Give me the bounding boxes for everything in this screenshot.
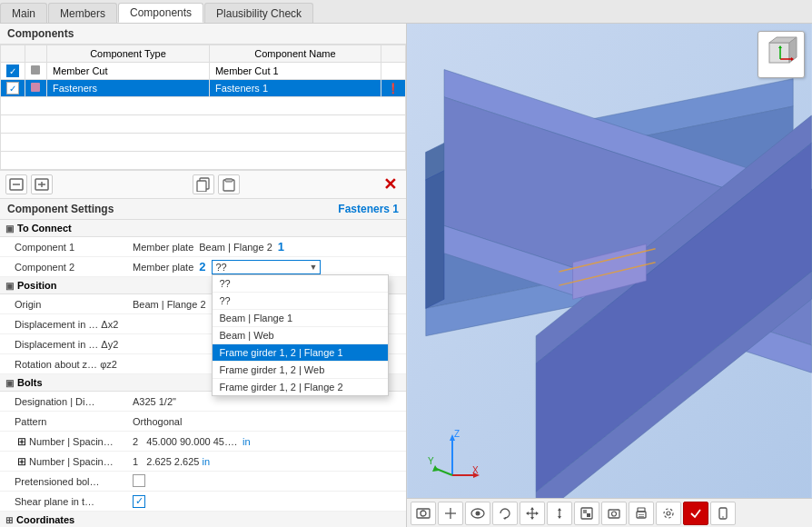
expand-icon-bolts: ▣ xyxy=(5,378,14,388)
tab-bar: Main Members Components Plausibility Che… xyxy=(0,0,812,24)
shearplane-value: ✓ xyxy=(133,495,401,508)
vp-render-btn[interactable] xyxy=(574,502,599,525)
row1-checkbox[interactable]: ✓ xyxy=(1,63,25,80)
row1-color xyxy=(25,63,47,80)
comp2-selected-val: ?? xyxy=(216,262,227,273)
axis-indicator: Z X Y xyxy=(425,430,480,487)
pretensioned-value xyxy=(133,474,401,489)
empty-row xyxy=(1,97,406,115)
main-content: Components Component Type Component Name xyxy=(0,24,812,527)
col-color xyxy=(25,45,47,63)
group-coordinates-header[interactable]: ⊞ Coordinates xyxy=(0,512,406,527)
settings-tree: ▣ To Connect Component 1 Member plate Be… xyxy=(0,220,406,527)
spacing2-label: Number | Spacin… xyxy=(29,456,133,467)
col-warn xyxy=(381,45,406,63)
vp-view-btn1[interactable] xyxy=(438,502,463,525)
svg-point-46 xyxy=(476,511,480,515)
vp-move-btn[interactable] xyxy=(520,502,545,525)
vp-settings-btn[interactable] xyxy=(656,502,681,525)
vp-mobile-btn[interactable] xyxy=(710,502,736,525)
remove-btn[interactable] xyxy=(5,174,27,194)
viewport-cube[interactable] xyxy=(758,31,805,78)
expand-icon: ▣ xyxy=(5,224,14,234)
vp-zoom-btn[interactable] xyxy=(547,502,572,525)
dropdown-item[interactable]: ?? xyxy=(213,275,388,293)
tab-main[interactable]: Main xyxy=(0,3,47,23)
row1-warn xyxy=(381,63,406,80)
axis-svg: Z X Y xyxy=(425,430,480,484)
delete-btn[interactable]: ✕ xyxy=(379,174,401,194)
vp-screenshot-btn[interactable] xyxy=(411,502,436,525)
component2-label: Component 2 xyxy=(15,262,133,273)
dropdown-item[interactable]: Beam | Flange 1 xyxy=(213,310,388,327)
paste-btn[interactable] xyxy=(218,174,240,194)
group-to-connect-header[interactable]: ▣ To Connect xyxy=(0,220,406,237)
origin-label: Origin xyxy=(15,299,133,310)
dropdown-item[interactable]: Beam | Web xyxy=(213,327,388,344)
svg-point-70 xyxy=(722,516,724,518)
svg-rect-60 xyxy=(609,510,619,518)
designation-value: A325 1/2" xyxy=(133,396,401,407)
svg-rect-59 xyxy=(587,513,590,517)
settings-subtitle-label: Fasteners 1 xyxy=(338,203,399,215)
svg-marker-52 xyxy=(526,512,529,515)
svg-marker-53 xyxy=(536,512,539,515)
dropdown-item[interactable]: Frame girder 1, 2 | Web xyxy=(213,362,388,379)
svg-marker-55 xyxy=(558,508,561,511)
spacing1-row: ⊞ Number | Spacin… 2 45.000 90.000 45…. … xyxy=(0,432,406,452)
dropdown-item[interactable]: ?? xyxy=(213,293,388,310)
viewport-toolbar xyxy=(407,498,812,527)
vp-photo-btn[interactable] xyxy=(601,502,627,525)
svg-marker-39 xyxy=(432,465,439,472)
expand-icon-coords: ⊞ xyxy=(5,515,13,525)
pretensioned-label: Pretensioned bol… xyxy=(15,476,133,487)
comp2-dropdown-container: ?? ▼ ?? ?? Beam | Flange 1 Beam | Web Fr… xyxy=(212,260,321,274)
table-row[interactable]: ✓ Member Cut Member Cut 1 xyxy=(1,63,406,80)
row2-checkbox[interactable]: ✓ xyxy=(1,80,25,97)
shearplane-checkbox[interactable]: ✓ xyxy=(133,495,145,508)
viewport-panel: Z X Y xyxy=(407,24,812,527)
component1-label: Component 1 xyxy=(15,242,133,253)
spacing2-value: 1 2.625 2.625 in xyxy=(133,456,401,467)
vp-print-btn[interactable] xyxy=(629,502,654,525)
tab-components[interactable]: Components xyxy=(118,3,203,23)
copy-btn[interactable] xyxy=(193,174,214,194)
expand-row1-icon[interactable]: ⊞ xyxy=(15,435,29,448)
vp-check-btn[interactable] xyxy=(683,502,708,525)
components-section-header: Components xyxy=(0,24,406,45)
expand-icon-pos: ▣ xyxy=(5,281,14,291)
dropdown-chevron-icon: ▼ xyxy=(310,263,318,272)
svg-marker-50 xyxy=(530,507,534,510)
row2-type: Fasteners xyxy=(47,80,210,97)
add-btn[interactable] xyxy=(31,174,53,194)
dropdown-item[interactable]: Frame girder 1, 2 | Flange 2 xyxy=(213,379,388,395)
dropdown-list: ?? ?? Beam | Flange 1 Beam | Web Frame g… xyxy=(212,274,389,396)
table-row[interactable]: ✓ Fasteners Fasteners 1 ❗ xyxy=(1,80,406,97)
svg-marker-51 xyxy=(530,517,534,520)
group-coordinates-label: Coordinates xyxy=(16,514,74,525)
component-toolbar: ✕ xyxy=(0,170,406,199)
component-table-container: Component Type Component Name ✓ Member C… xyxy=(0,45,406,170)
pattern-row: Pattern Orthogonal xyxy=(0,412,406,432)
spacing1-label: Number | Spacin… xyxy=(29,436,133,447)
col-type-header: Component Type xyxy=(47,45,210,63)
svg-text:Z: Z xyxy=(454,430,460,439)
comp1-type: Member plate xyxy=(133,242,193,253)
row2-color xyxy=(25,80,47,97)
vp-rotate-btn[interactable] xyxy=(492,502,518,525)
tab-members[interactable]: Members xyxy=(48,3,117,23)
designation-label: Designation | Di… xyxy=(15,396,133,407)
col-name-header: Component Name xyxy=(209,45,381,63)
vp-eye-btn[interactable] xyxy=(465,502,490,525)
row2-name: Fasteners 1 xyxy=(209,80,381,97)
pretensioned-checkbox[interactable] xyxy=(133,474,145,487)
svg-point-42 xyxy=(421,511,426,516)
comp2-dropdown-trigger[interactable]: ?? ▼ xyxy=(212,260,321,274)
tab-plausibility[interactable]: Plausibility Check xyxy=(204,3,313,23)
svg-point-61 xyxy=(612,512,617,516)
row1-name: Member Cut 1 xyxy=(209,63,381,80)
dropdown-item-selected[interactable]: Frame girder 1, 2 | Flange 1 xyxy=(213,344,388,362)
expand-row2-icon[interactable]: ⊞ xyxy=(15,455,29,468)
left-panel: Components Component Type Component Name xyxy=(0,24,407,527)
svg-marker-56 xyxy=(558,516,561,519)
